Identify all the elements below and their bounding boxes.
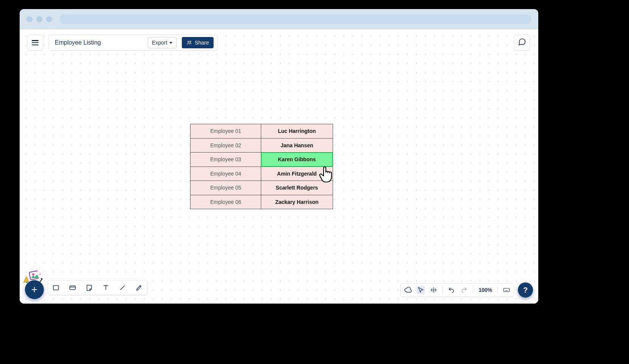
cloud-sync-icon[interactable]: [404, 286, 412, 294]
document-title[interactable]: Employee Listing: [55, 39, 143, 46]
keyboard-icon[interactable]: [502, 286, 511, 294]
svg-rect-14: [504, 288, 510, 292]
browser-chrome: [20, 9, 538, 29]
title-card: Employee Listing Export Share: [48, 35, 218, 51]
shapes-widget[interactable]: +: [24, 278, 44, 298]
employee-table[interactable]: Employee 01Luc HarringtonEmployee 02Jana…: [190, 124, 333, 209]
employee-label-cell[interactable]: Employee 01: [191, 124, 261, 139]
employee-name-cell[interactable]: Karen Gibbons: [261, 153, 333, 167]
employee-label-cell[interactable]: Employee 06: [191, 195, 261, 209]
employee-name-cell[interactable]: Jana Hansen: [261, 138, 333, 153]
table-row[interactable]: Employee 04Amin Fitzgerald: [191, 167, 333, 181]
help-label: ?: [523, 286, 528, 295]
table-row[interactable]: Employee 06Zackary Harrison: [191, 195, 333, 209]
svg-rect-3: [30, 271, 39, 279]
caret-down-icon: [169, 42, 172, 44]
employee-label-cell[interactable]: Employee 02: [191, 138, 261, 153]
employee-name-cell[interactable]: Zackary Harrison: [261, 195, 333, 209]
svg-line-13: [120, 285, 125, 290]
table-row[interactable]: Employee 05Scarlett Rodgers: [191, 181, 333, 195]
browser-window: Employee Listing Export Share: [20, 9, 538, 304]
sticky-note-tool-icon[interactable]: [85, 284, 93, 292]
rectangle-tool-icon[interactable]: [52, 284, 60, 292]
pan-tool-icon[interactable]: [429, 286, 438, 294]
add-shape-button[interactable]: +: [25, 280, 44, 299]
employee-name-cell[interactable]: Amin Fitzgerald: [261, 167, 333, 181]
share-label: Share: [195, 40, 209, 46]
bottom-left-tools: +: [24, 278, 147, 298]
line-tool-icon[interactable]: [118, 284, 127, 292]
undo-icon[interactable]: [447, 286, 455, 294]
url-bar[interactable]: [60, 14, 531, 24]
pointer-tool-icon[interactable]: [417, 286, 425, 294]
table-row[interactable]: Employee 02Jana Hansen: [191, 138, 333, 153]
plus-icon: +: [31, 284, 37, 295]
employee-name-cell[interactable]: Luc Harrington: [261, 124, 333, 139]
top-toolbar: Employee Listing Export Share: [27, 35, 218, 51]
bottom-right-tools: 100% ?: [400, 282, 533, 298]
redo-icon[interactable]: [460, 286, 468, 294]
svg-point-7: [39, 273, 40, 275]
hamburger-icon: [32, 40, 39, 45]
text-tool-icon[interactable]: [102, 284, 110, 292]
window-control-dot[interactable]: [26, 16, 33, 22]
table-row[interactable]: Employee 01Luc Harrington: [191, 124, 333, 139]
chat-icon: [518, 38, 526, 48]
comments-button[interactable]: [514, 35, 530, 51]
svg-marker-5: [23, 276, 29, 282]
people-icon: [186, 40, 192, 45]
svg-rect-9: [70, 286, 76, 290]
employee-name-cell[interactable]: Scarlett Rodgers: [261, 181, 333, 195]
zoom-level[interactable]: 100%: [478, 287, 493, 293]
window-control-dot[interactable]: [36, 16, 42, 22]
view-controls: 100%: [400, 283, 514, 297]
employee-label-cell[interactable]: Employee 03: [191, 153, 261, 167]
help-button[interactable]: ?: [518, 282, 533, 298]
employee-label-cell[interactable]: Employee 05: [191, 181, 261, 195]
window-control-dot[interactable]: [46, 16, 52, 22]
tool-palette: [48, 280, 147, 295]
svg-point-0: [188, 41, 189, 43]
svg-point-4: [32, 273, 34, 276]
export-button[interactable]: Export: [148, 37, 177, 48]
table-row[interactable]: Employee 03Karen Gibbons: [191, 153, 333, 167]
canvas-area[interactable]: Employee Listing Export Share: [20, 29, 538, 304]
menu-button[interactable]: [27, 35, 43, 51]
svg-rect-8: [53, 285, 58, 290]
share-button[interactable]: Share: [182, 37, 213, 48]
svg-point-1: [190, 41, 191, 42]
export-label: Export: [152, 40, 167, 46]
employee-label-cell[interactable]: Employee 04: [191, 167, 261, 181]
card-tool-icon[interactable]: [68, 284, 77, 292]
highlighter-tool-icon[interactable]: [135, 284, 143, 292]
